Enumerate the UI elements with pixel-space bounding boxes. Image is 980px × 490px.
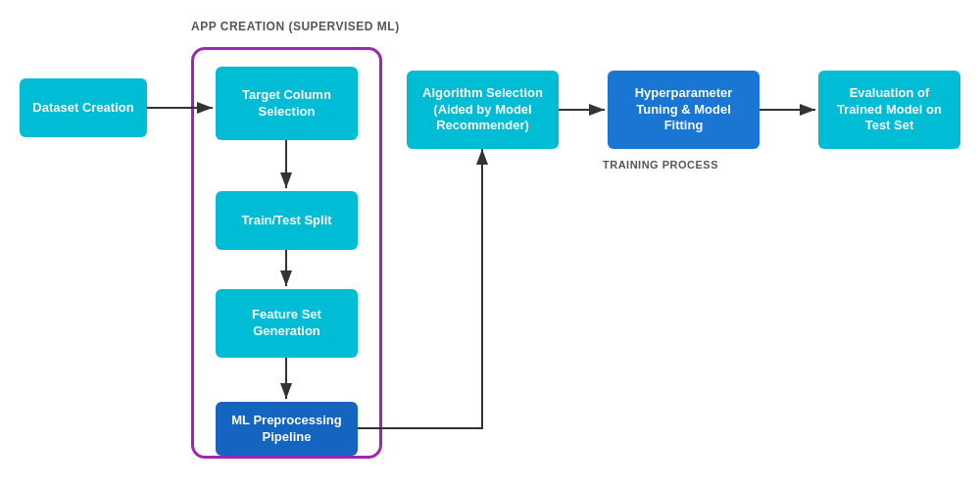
evaluation-node: Evaluation of Trained Model on Test Set [818,71,960,149]
ml-preprocessing-node: ML Preprocessing Pipeline [216,402,358,456]
train-test-split-node: Train/Test Split [216,191,358,250]
dataset-creation-node: Dataset Creation [20,78,147,137]
target-column-node: Target Column Selection [216,67,358,140]
training-process-label: TRAINING PROCESS [603,159,718,171]
hyperparameter-node: Hyperparameter Tuning & Model Fitting [608,71,760,149]
group-label-app-creation: APP CREATION (SUPERVISED ML) [191,20,400,33]
feature-set-node: Feature Set Generation [216,289,358,358]
diagram: APP CREATION (SUPERVISED ML) TRAINING PR… [0,0,980,490]
algorithm-selection-node: Algorithm Selection (Aided by Model Reco… [407,71,559,149]
